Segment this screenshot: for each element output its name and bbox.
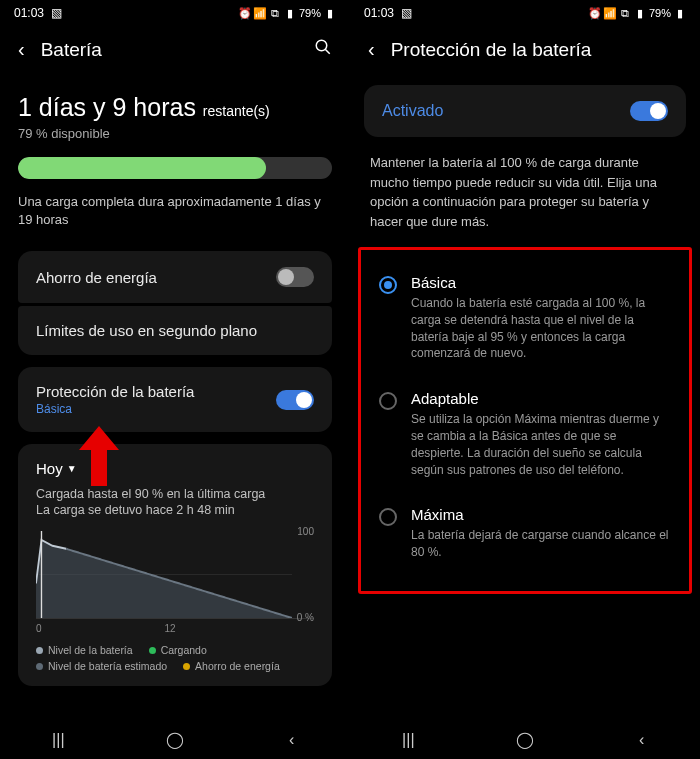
protection-description: Mantener la batería al 100 % de carga du…	[350, 137, 700, 247]
bg-limits-label: Límites de uso en segundo plano	[36, 322, 257, 339]
nav-bar: ||| ◯ ‹	[0, 718, 350, 759]
status-battery-pct: 79%	[299, 7, 321, 19]
protection-mode: Básica	[36, 402, 194, 416]
svg-line-1	[325, 49, 330, 54]
legend-level: Nivel de la batería	[36, 644, 133, 656]
today-label: Hoy	[36, 460, 63, 477]
remaining-time: 1 días y 9 horas restante(s)	[18, 93, 332, 122]
chart-y-max: 100	[297, 526, 314, 537]
header: ‹ Batería	[0, 24, 350, 75]
back-icon[interactable]: ‹	[18, 38, 25, 61]
remaining-suffix: restante(s)	[203, 103, 270, 119]
legend-estimated: Nivel de batería estimado	[36, 660, 167, 672]
phone-right: 01:03 ▧ ⏰ 📶 ⧉ ▮ 79% ▮ ‹ Protección de la…	[350, 0, 700, 759]
charged-info: Cargada hasta el 90 % en la última carga	[36, 487, 314, 501]
option-adaptable[interactable]: Adaptable Se utiliza la opción Máxima mi…	[367, 376, 683, 492]
protection-label: Protección de la batería	[36, 383, 194, 400]
bg-limits-row[interactable]: Límites de uso en segundo plano	[18, 306, 332, 355]
nav-home[interactable]: ◯	[155, 730, 195, 749]
signal-icon: ▮	[284, 7, 296, 19]
status-time: 01:03	[14, 6, 44, 20]
activated-label: Activado	[382, 102, 443, 120]
option-desc: La batería dejará de cargarse cuando alc…	[411, 527, 671, 561]
nav-back[interactable]: ‹	[272, 731, 312, 749]
nav-recents[interactable]: |||	[388, 731, 428, 749]
header: ‹ Protección de la batería	[350, 24, 700, 75]
nav-bar: ||| ◯ ‹	[350, 718, 700, 759]
network-icon: ⧉	[619, 7, 631, 19]
signal-icon: ▮	[634, 7, 646, 19]
nav-back[interactable]: ‹	[622, 731, 662, 749]
option-title: Máxima	[411, 506, 671, 523]
today-card[interactable]: Hoy ▼ Cargada hasta el 90 % en la última…	[18, 444, 332, 686]
wifi-icon: 📶	[604, 7, 616, 19]
chart-x-0: 0	[36, 623, 42, 634]
nav-recents[interactable]: |||	[38, 731, 78, 749]
option-maxima[interactable]: Máxima La batería dejará de cargarse cua…	[367, 492, 683, 575]
radio-basica[interactable]	[379, 276, 397, 294]
option-desc: Se utiliza la opción Máxima mientras due…	[411, 411, 671, 478]
radio-adaptable[interactable]	[379, 392, 397, 410]
alarm-icon: ⏰	[239, 7, 251, 19]
svg-point-0	[316, 40, 327, 51]
power-saving-label: Ahorro de energía	[36, 269, 157, 286]
options-highlight-box: Básica Cuando la batería esté cargada al…	[358, 247, 692, 594]
option-basica[interactable]: Básica Cuando la batería esté cargada al…	[367, 260, 683, 376]
battery-protection-row[interactable]: Protección de la batería Básica	[18, 367, 332, 432]
battery-chart: 100 0 %	[36, 531, 314, 619]
battery-content: 1 días y 9 horas restante(s) 79 % dispon…	[0, 75, 350, 718]
power-saving-row[interactable]: Ahorro de energía	[18, 251, 332, 303]
option-title: Adaptable	[411, 390, 671, 407]
status-battery-pct: 79%	[649, 7, 671, 19]
nav-home[interactable]: ◯	[505, 730, 545, 749]
battery-icon: ▮	[324, 7, 336, 19]
legend-charging: Cargando	[149, 644, 207, 656]
svg-marker-6	[79, 426, 119, 486]
battery-icon: ▮	[674, 7, 686, 19]
network-icon: ⧉	[269, 7, 281, 19]
power-saving-toggle[interactable]	[276, 267, 314, 287]
status-bar: 01:03 ▧ ⏰ 📶 ⧉ ▮ 79% ▮	[0, 0, 350, 24]
page-title: Protección de la batería	[391, 39, 682, 61]
remaining-main: 1 días y 9 horas	[18, 93, 196, 121]
radio-maxima[interactable]	[379, 508, 397, 526]
chart-legend: Nivel de la batería Cargando Nivel de ba…	[36, 644, 314, 672]
chart-y-min: 0 %	[297, 612, 314, 623]
page-title: Batería	[41, 39, 298, 61]
stopped-info: La carga se detuvo hace 2 h 48 min	[36, 503, 314, 517]
option-desc: Cuando la batería esté cargada al 100 %,…	[411, 295, 671, 362]
activated-row[interactable]: Activado	[364, 85, 686, 137]
protection-toggle[interactable]	[276, 390, 314, 410]
back-icon[interactable]: ‹	[368, 38, 375, 61]
gallery-icon: ▧	[50, 7, 62, 19]
chart-x-labels: 0 12	[36, 623, 292, 634]
search-icon[interactable]	[314, 38, 332, 61]
alarm-icon: ⏰	[589, 7, 601, 19]
status-bar: 01:03 ▧ ⏰ 📶 ⧉ ▮ 79% ▮	[350, 0, 700, 24]
gallery-icon: ▧	[400, 7, 412, 19]
battery-progress-fill	[18, 157, 266, 179]
legend-saving: Ahorro de energía	[183, 660, 280, 672]
phone-left: 01:03 ▧ ⏰ 📶 ⧉ ▮ 79% ▮ ‹ Batería 1 días y…	[0, 0, 350, 759]
status-time: 01:03	[364, 6, 394, 20]
chart-x-12: 12	[164, 623, 175, 634]
activated-toggle[interactable]	[630, 101, 668, 121]
wifi-icon: 📶	[254, 7, 266, 19]
battery-progress	[18, 157, 332, 179]
annotation-arrow-icon	[75, 426, 123, 486]
battery-available: 79 % disponible	[18, 126, 332, 141]
full-charge-info: Una carga completa dura aproximadamente …	[18, 193, 332, 229]
option-title: Básica	[411, 274, 671, 291]
